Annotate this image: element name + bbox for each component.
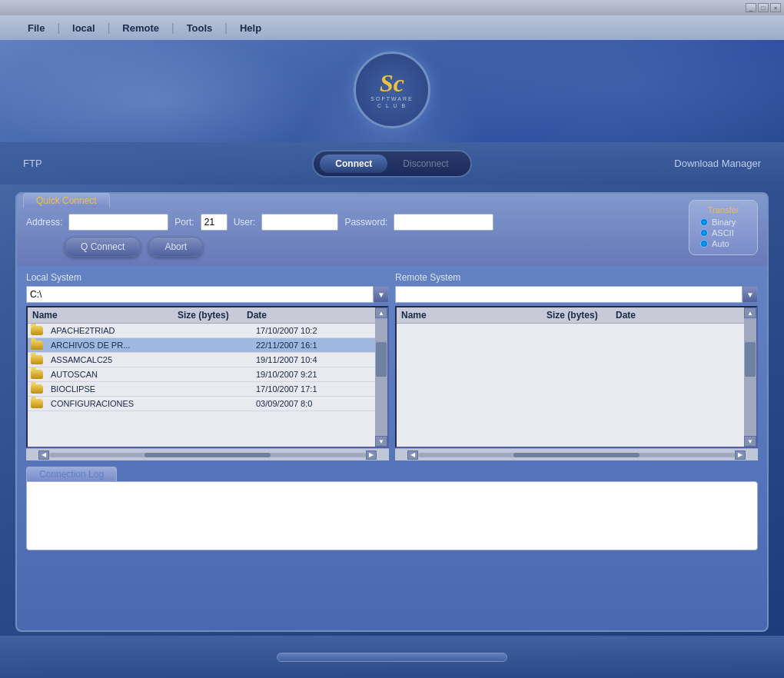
disconnect-button[interactable]: Disconnect <box>387 155 463 173</box>
remote-path-bar: ▼ <box>395 286 758 303</box>
file-browsers: Local System ▼ Name Size (bytes) Date AP… <box>17 266 767 467</box>
logo-initials: Sc <box>380 71 404 95</box>
remote-path-input[interactable] <box>395 286 742 303</box>
quick-connect-form: Address: Port: User: Password: <box>26 214 758 231</box>
transfer-auto[interactable]: Auto <box>700 239 746 248</box>
auto-label: Auto <box>712 239 729 248</box>
remote-system-title: Remote System <box>395 272 758 283</box>
local-col-size: Size (bytes) <box>174 307 244 323</box>
window-controls: _ □ × <box>746 3 781 12</box>
user-input[interactable] <box>261 214 338 231</box>
local-path-dropdown[interactable]: ▼ <box>374 286 389 303</box>
download-manager-button[interactable]: Download Manager <box>674 158 761 169</box>
bottom-pill-decoration <box>277 653 507 662</box>
local-col-date: Date <box>244 307 387 323</box>
binary-radio[interactable] <box>700 218 708 226</box>
scroll-h-track[interactable] <box>418 453 735 457</box>
password-input[interactable] <box>394 214 493 231</box>
log-body <box>26 481 758 550</box>
menu-remote[interactable]: Remote <box>110 19 171 37</box>
local-scroll-vertical[interactable]: ▲ ▼ <box>375 307 387 447</box>
logo-text: SOFTWARE C L U B <box>370 95 413 109</box>
maximize-button[interactable]: □ <box>758 3 769 12</box>
address-input[interactable] <box>68 214 168 231</box>
ascii-radio[interactable] <box>700 229 708 237</box>
window-chrome: _ □ × <box>0 0 784 15</box>
menu-file[interactable]: File <box>15 19 57 37</box>
scroll-h-thumb[interactable] <box>513 453 640 457</box>
scroll-up-arrow[interactable]: ▲ <box>375 307 387 318</box>
close-button[interactable]: × <box>770 3 781 12</box>
folder-icon <box>31 355 43 364</box>
menu-help[interactable]: Help <box>228 19 274 37</box>
logo: Sc SOFTWARE C L U B <box>354 52 430 128</box>
folder-icon <box>31 326 43 335</box>
qconnect-button[interactable]: Q Connect <box>65 237 141 257</box>
local-list-header: Name Size (bytes) Date <box>28 307 387 324</box>
list-item[interactable]: AUTOSCAN 19/10/2007 9:21 <box>28 367 387 382</box>
scroll-down-arrow[interactable]: ▼ <box>375 436 387 447</box>
transfer-section: Transfer Binary ASCII Auto <box>689 200 758 255</box>
list-item[interactable]: APACHE2TRIAD 17/10/2007 10:2 <box>28 324 387 338</box>
scroll-thumb[interactable] <box>745 342 756 377</box>
transfer-binary[interactable]: Binary <box>700 218 746 227</box>
scroll-h-track[interactable] <box>49 453 366 457</box>
transfer-ascii[interactable]: ASCII <box>700 228 746 238</box>
local-col-name: Name <box>28 307 174 323</box>
folder-icon <box>31 341 43 350</box>
remote-file-scroll[interactable] <box>397 324 756 444</box>
scroll-track[interactable] <box>744 318 756 436</box>
toolbar: FTP Connect Disconnect Download Manager <box>0 142 784 184</box>
remote-col-name: Name <box>397 307 543 323</box>
auto-radio[interactable] <box>700 240 708 248</box>
local-path-bar: ▼ <box>26 286 389 303</box>
quick-connect-tab: Quick Connect <box>23 193 110 208</box>
connect-button[interactable]: Connect <box>320 155 387 173</box>
remote-scroll-vertical[interactable]: ▲ ▼ <box>744 307 756 447</box>
address-label: Address: <box>26 217 62 228</box>
ascii-label: ASCII <box>712 228 734 238</box>
dropdown-arrow-icon: ▼ <box>377 291 385 299</box>
list-item[interactable]: CONFIGURACIONES 03/09/2007 8:0 <box>28 397 387 411</box>
toolbar-pill: Connect Disconnect <box>312 150 471 178</box>
local-path-input[interactable] <box>26 286 374 303</box>
log-tab: Connection Log <box>26 467 117 481</box>
scroll-left-arrow[interactable]: ◀ <box>38 450 49 460</box>
abort-button[interactable]: Abort <box>148 237 203 257</box>
remote-col-size: Size (bytes) <box>543 307 613 323</box>
scroll-h-thumb[interactable] <box>145 453 271 457</box>
local-file-list: Name Size (bytes) Date APACHE2TRIAD 17/1… <box>26 306 389 448</box>
list-item[interactable]: ASSAMCALC25 19/11/2007 10:4 <box>28 353 387 367</box>
scroll-right-arrow[interactable]: ▶ <box>366 450 377 460</box>
ftp-label: FTP <box>23 158 42 169</box>
menu-local[interactable]: local <box>60 19 108 37</box>
minimize-button[interactable]: _ <box>746 3 756 12</box>
scroll-right-arrow[interactable]: ▶ <box>735 450 746 460</box>
local-scroll-horizontal[interactable]: ◀ ▶ <box>26 448 389 460</box>
scroll-thumb[interactable] <box>376 342 387 377</box>
menu-bar: File | local | Remote | Tools | Help <box>0 15 784 40</box>
bottom-bar <box>0 636 784 678</box>
remote-scroll-horizontal[interactable]: ◀ ▶ <box>395 448 758 460</box>
folder-icon <box>31 384 43 394</box>
local-file-scroll[interactable]: APACHE2TRIAD 17/10/2007 10:2 ARCHIVOS DE… <box>28 324 387 444</box>
remote-system-panel: Remote System ▼ Name Size (bytes) Date ▲ <box>395 272 758 460</box>
remote-path-dropdown[interactable]: ▼ <box>742 286 758 303</box>
scroll-track[interactable] <box>375 318 387 436</box>
scroll-down-arrow[interactable]: ▼ <box>744 436 756 447</box>
list-item[interactable]: BIOCLIPSE 17/10/2007 17:1 <box>28 382 387 397</box>
connect-buttons: Q Connect Abort <box>26 237 758 257</box>
main-content: Quick Connect Address: Port: User: Passw… <box>15 192 769 632</box>
list-item[interactable]: ARCHIVOS DE PR... 22/11/2007 16:1 <box>28 338 387 353</box>
remote-col-date: Date <box>613 307 756 323</box>
menu-tools[interactable]: Tools <box>174 19 225 37</box>
port-input[interactable] <box>201 214 228 231</box>
log-section: Connection Log <box>17 467 767 557</box>
folder-icon <box>31 399 43 408</box>
binary-label: Binary <box>712 218 736 227</box>
scroll-up-arrow[interactable]: ▲ <box>744 307 756 318</box>
scroll-left-arrow[interactable]: ◀ <box>407 450 418 460</box>
password-label: Password: <box>344 217 387 228</box>
folder-icon <box>31 370 43 379</box>
user-label: User: <box>234 217 256 228</box>
